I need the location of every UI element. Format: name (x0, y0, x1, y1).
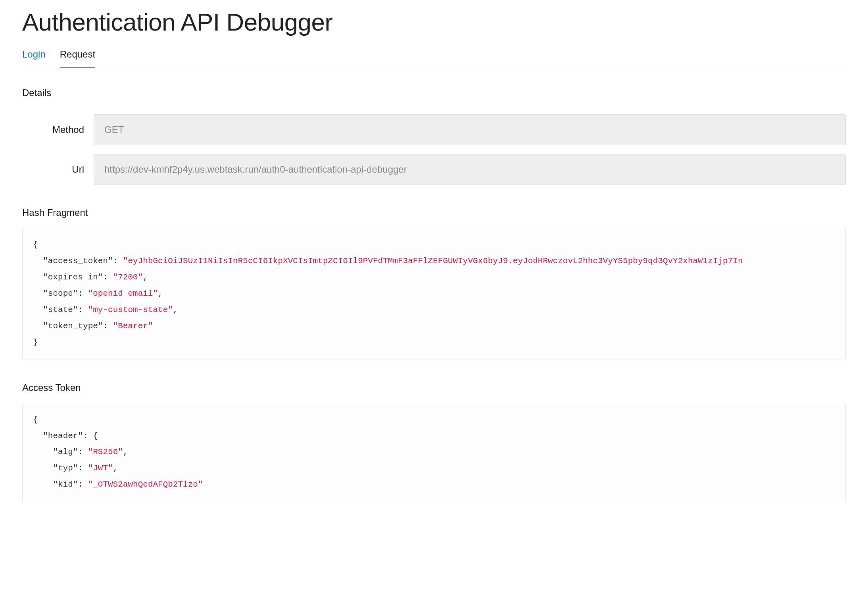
json-value-kid: "_OTWS2awhQedAFQb2Tlzo" (88, 480, 203, 489)
json-key-access-token: "access_token" (43, 256, 113, 266)
method-input[interactable] (94, 114, 846, 145)
page-title: Authentication API Debugger (22, 8, 846, 36)
hash-fragment-code: { "access_token": "eyJhbGciOiJSUzI1NiIsI… (22, 228, 846, 360)
url-row: Url (22, 154, 846, 185)
json-key-typ: "typ" (53, 464, 78, 473)
details-heading: Details (22, 87, 846, 98)
method-row: Method (22, 114, 846, 145)
json-value-expires-in: "7200" (113, 273, 143, 282)
url-input[interactable] (94, 154, 846, 185)
json-key-expires-in: "expires_in" (43, 273, 103, 282)
access-token-code: { "header": { "alg": "RS256", "typ": "JW… (22, 403, 846, 502)
json-value-access-token: "eyJhbGciOiJSUzI1NiIsInR5cCI6IkpXVCIsImt… (123, 256, 743, 266)
json-key-scope: "scope" (43, 289, 78, 298)
tab-login[interactable]: Login (22, 49, 46, 68)
json-value-scope: "openid email" (88, 289, 158, 298)
hash-fragment-heading: Hash Fragment (22, 207, 846, 218)
access-token-heading: Access Token (22, 382, 846, 393)
json-key-header: "header" (43, 431, 83, 441)
json-value-token-type: "Bearer" (113, 321, 153, 331)
json-value-typ: "JWT" (88, 464, 113, 473)
json-value-alg: "RS256" (88, 447, 123, 456)
method-label: Method (22, 124, 94, 135)
json-key-state: "state" (43, 305, 78, 314)
json-key-kid: "kid" (53, 480, 78, 489)
url-label: Url (22, 164, 94, 175)
details-section: Details Method Url (22, 87, 846, 185)
json-key-token-type: "token_type" (43, 321, 103, 331)
json-key-alg: "alg" (53, 447, 78, 456)
tab-bar: Login Request (22, 49, 846, 68)
json-value-state: "my-custom-state" (88, 305, 173, 314)
tab-request[interactable]: Request (60, 49, 95, 68)
